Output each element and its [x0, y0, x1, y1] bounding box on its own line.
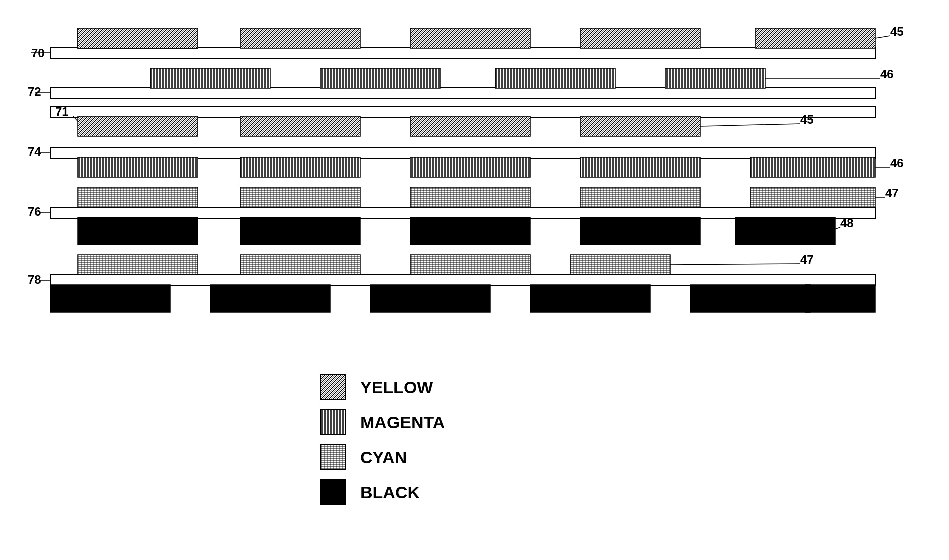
label-46-top: 46 [880, 68, 894, 81]
label-47-top: 47 [885, 186, 899, 200]
svg-rect-20 [240, 158, 360, 178]
svg-rect-39 [50, 275, 875, 286]
svg-rect-28 [750, 188, 875, 208]
svg-rect-8 [50, 88, 875, 98]
label-47-bot: 47 [800, 253, 814, 266]
label-74: 74 [28, 145, 41, 158]
svg-rect-23 [750, 158, 875, 178]
svg-rect-34 [735, 218, 835, 245]
svg-rect-18 [50, 148, 875, 158]
svg-rect-22 [580, 158, 700, 178]
svg-rect-40 [50, 285, 170, 312]
svg-rect-27 [580, 188, 700, 208]
svg-rect-7 [755, 28, 875, 48]
legend-yellow-label: YELLOW [360, 378, 433, 397]
svg-rect-37 [410, 255, 530, 275]
svg-rect-36 [240, 255, 360, 275]
legend-cyan-label: CYAN [360, 448, 407, 467]
svg-rect-25 [240, 188, 360, 208]
svg-rect-26 [410, 188, 530, 208]
svg-rect-15 [240, 116, 360, 136]
label-45-mid: 45 [800, 113, 814, 126]
svg-rect-31 [240, 218, 360, 245]
svg-line-54 [700, 124, 800, 126]
svg-rect-35 [78, 255, 198, 275]
svg-rect-10 [320, 68, 440, 88]
svg-rect-9 [150, 68, 270, 88]
svg-rect-3 [78, 28, 198, 48]
label-48-top: 48 [840, 216, 854, 230]
svg-rect-30 [78, 218, 198, 245]
svg-rect-32 [410, 218, 530, 245]
label-71: 71 [55, 105, 69, 118]
svg-rect-19 [78, 158, 198, 178]
svg-rect-60 [320, 375, 345, 400]
svg-rect-63 [320, 480, 345, 505]
svg-rect-61 [320, 410, 345, 435]
svg-line-52 [875, 36, 890, 38]
svg-rect-6 [580, 28, 700, 48]
svg-rect-12 [665, 68, 765, 88]
label-46-mid: 46 [890, 156, 904, 170]
svg-rect-21 [410, 158, 530, 178]
svg-rect-38 [570, 255, 670, 275]
svg-rect-16 [410, 116, 530, 136]
svg-rect-24 [78, 188, 198, 208]
svg-rect-4 [240, 28, 360, 48]
svg-rect-44 [690, 285, 810, 312]
label-72: 72 [28, 85, 41, 98]
label-78: 78 [28, 273, 41, 286]
svg-rect-29 [50, 208, 875, 218]
svg-rect-41 [210, 285, 330, 312]
svg-rect-43 [530, 285, 650, 312]
svg-rect-13 [50, 106, 875, 118]
svg-rect-42 [370, 285, 490, 312]
legend-black-label: BLACK [360, 483, 420, 502]
legend-magenta-label: MAGENTA [360, 413, 445, 432]
svg-rect-17 [580, 116, 700, 136]
svg-rect-0 [50, 48, 875, 58]
svg-rect-62 [320, 445, 345, 470]
label-76: 76 [28, 205, 41, 218]
svg-rect-33 [580, 218, 700, 245]
svg-line-58 [670, 264, 800, 265]
label-45-top: 45 [890, 25, 904, 38]
svg-rect-5 [410, 28, 530, 48]
svg-rect-11 [495, 68, 615, 88]
diagram-svg: 70 72 71 74 76 78 45 46 45 46 47 48 47 4… [0, 0, 949, 560]
svg-rect-14 [78, 116, 198, 136]
